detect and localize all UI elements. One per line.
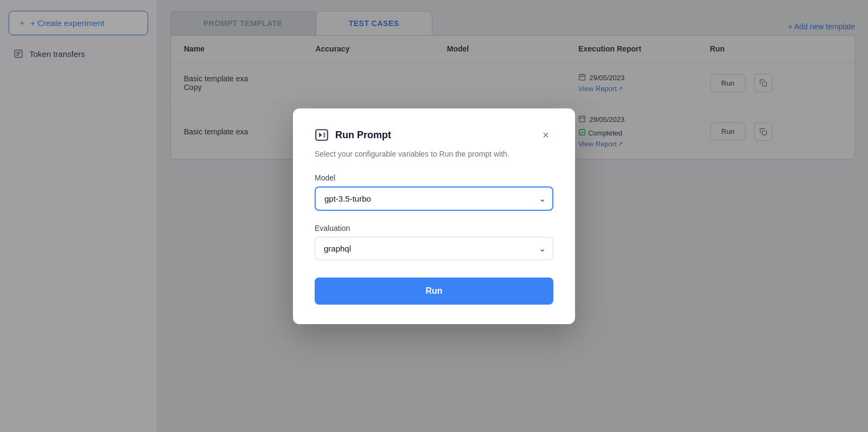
modal-overlay[interactable]: Run Prompt × Select your configurable va… [0,0,868,432]
evaluation-select-wrapper: graphql python javascript ⌄ [315,237,553,260]
modal-run-button[interactable]: Run [315,278,553,305]
model-field-group: Model gpt-3.5-turbo gpt-4 gpt-4-turbo ⌄ [315,173,553,211]
modal-header: Run Prompt × [315,128,553,143]
run-prompt-modal: Run Prompt × Select your configurable va… [293,108,575,324]
model-label: Model [315,173,553,182]
evaluation-select[interactable]: graphql python javascript [315,237,553,260]
modal-close-button[interactable]: × [538,128,553,143]
run-prompt-icon [315,128,330,143]
model-select-wrapper: gpt-3.5-turbo gpt-4 gpt-4-turbo ⌄ [315,186,553,211]
modal-subtitle: Select your configurable variables to Ru… [315,150,553,158]
close-icon: × [542,129,549,141]
evaluation-field-group: Evaluation graphql python javascript ⌄ [315,224,553,260]
modal-title: Run Prompt [335,130,391,141]
model-select[interactable]: gpt-3.5-turbo gpt-4 gpt-4-turbo [315,186,553,211]
modal-title-group: Run Prompt [315,128,391,143]
evaluation-label: Evaluation [315,224,553,233]
